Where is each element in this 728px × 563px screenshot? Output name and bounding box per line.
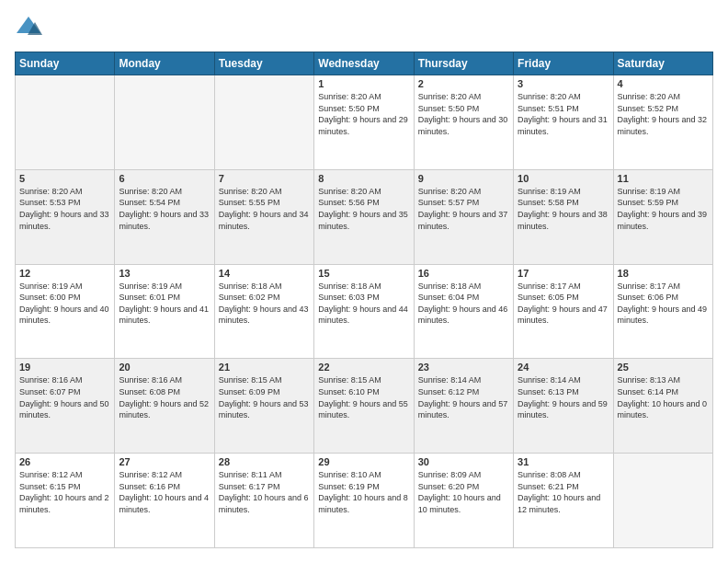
day-info: Sunrise: 8:09 AM Sunset: 6:20 PM Dayligh…: [418, 469, 509, 515]
day-info: Sunrise: 8:20 AM Sunset: 5:52 PM Dayligh…: [618, 91, 709, 137]
day-number: 21: [219, 362, 310, 373]
calendar-cell: [613, 454, 712, 548]
calendar-cell: 25Sunrise: 8:13 AM Sunset: 6:14 PM Dayli…: [613, 359, 712, 454]
day-number: 7: [219, 173, 310, 184]
logo: [15, 15, 46, 42]
day-number: 24: [518, 362, 609, 373]
weekday-header-sunday: Sunday: [16, 52, 115, 75]
day-info: Sunrise: 8:20 AM Sunset: 5:57 PM Dayligh…: [418, 186, 509, 232]
day-info: Sunrise: 8:20 AM Sunset: 5:55 PM Dayligh…: [219, 186, 310, 232]
day-number: 3: [518, 78, 609, 89]
day-info: Sunrise: 8:14 AM Sunset: 6:12 PM Dayligh…: [418, 374, 509, 420]
calendar-cell: 28Sunrise: 8:11 AM Sunset: 6:17 PM Dayli…: [214, 454, 313, 548]
day-number: 11: [618, 173, 709, 184]
calendar-cell: 14Sunrise: 8:18 AM Sunset: 6:02 PM Dayli…: [214, 264, 313, 359]
calendar-cell: 18Sunrise: 8:17 AM Sunset: 6:06 PM Dayli…: [613, 264, 712, 359]
calendar-cell: 2Sunrise: 8:20 AM Sunset: 5:50 PM Daylig…: [414, 75, 513, 170]
day-number: 2: [418, 78, 509, 89]
day-number: 1: [318, 78, 409, 89]
day-number: 15: [318, 268, 409, 279]
day-number: 19: [19, 362, 110, 373]
day-number: 16: [418, 268, 509, 279]
day-info: Sunrise: 8:16 AM Sunset: 6:08 PM Dayligh…: [119, 374, 210, 420]
calendar-cell: 19Sunrise: 8:16 AM Sunset: 6:07 PM Dayli…: [16, 359, 115, 454]
day-number: 22: [318, 362, 409, 373]
calendar-cell: 24Sunrise: 8:14 AM Sunset: 6:13 PM Dayli…: [514, 359, 613, 454]
header: [15, 15, 713, 42]
day-info: Sunrise: 8:18 AM Sunset: 6:04 PM Dayligh…: [418, 281, 509, 327]
day-number: 9: [418, 173, 509, 184]
day-info: Sunrise: 8:19 AM Sunset: 5:58 PM Dayligh…: [518, 186, 609, 232]
calendar-cell: 31Sunrise: 8:08 AM Sunset: 6:21 PM Dayli…: [514, 454, 613, 548]
calendar-cell: 12Sunrise: 8:19 AM Sunset: 6:00 PM Dayli…: [16, 264, 115, 359]
calendar-cell: [214, 75, 313, 170]
day-number: 17: [518, 268, 609, 279]
calendar-cell: 1Sunrise: 8:20 AM Sunset: 5:50 PM Daylig…: [314, 75, 414, 170]
day-number: 10: [518, 173, 609, 184]
day-info: Sunrise: 8:20 AM Sunset: 5:50 PM Dayligh…: [418, 91, 509, 137]
day-number: 13: [119, 268, 210, 279]
calendar-cell: 13Sunrise: 8:19 AM Sunset: 6:01 PM Dayli…: [115, 264, 214, 359]
day-number: 25: [618, 362, 709, 373]
calendar-cell: 22Sunrise: 8:15 AM Sunset: 6:10 PM Dayli…: [314, 359, 414, 454]
day-number: 30: [418, 456, 509, 467]
day-info: Sunrise: 8:18 AM Sunset: 6:02 PM Dayligh…: [219, 281, 310, 327]
day-info: Sunrise: 8:13 AM Sunset: 6:14 PM Dayligh…: [618, 374, 709, 420]
week-row-1: 1Sunrise: 8:20 AM Sunset: 5:50 PM Daylig…: [16, 75, 713, 170]
day-info: Sunrise: 8:20 AM Sunset: 5:54 PM Dayligh…: [119, 186, 210, 232]
calendar-cell: 5Sunrise: 8:20 AM Sunset: 5:53 PM Daylig…: [16, 169, 115, 264]
day-number: 8: [318, 173, 409, 184]
day-info: Sunrise: 8:19 AM Sunset: 6:01 PM Dayligh…: [119, 281, 210, 327]
week-row-3: 12Sunrise: 8:19 AM Sunset: 6:00 PM Dayli…: [16, 264, 713, 359]
day-number: 14: [219, 268, 310, 279]
day-info: Sunrise: 8:08 AM Sunset: 6:21 PM Dayligh…: [518, 469, 609, 515]
day-number: 27: [119, 456, 210, 467]
day-info: Sunrise: 8:18 AM Sunset: 6:03 PM Dayligh…: [318, 281, 409, 327]
calendar-cell: 3Sunrise: 8:20 AM Sunset: 5:51 PM Daylig…: [514, 75, 613, 170]
day-info: Sunrise: 8:17 AM Sunset: 6:05 PM Dayligh…: [518, 281, 609, 327]
day-info: Sunrise: 8:20 AM Sunset: 5:53 PM Dayligh…: [19, 186, 110, 232]
calendar-cell: 27Sunrise: 8:12 AM Sunset: 6:16 PM Dayli…: [115, 454, 214, 548]
calendar-cell: 8Sunrise: 8:20 AM Sunset: 5:56 PM Daylig…: [314, 169, 414, 264]
day-number: 5: [19, 173, 110, 184]
page: SundayMondayTuesdayWednesdayThursdayFrid…: [0, 0, 728, 563]
day-number: 20: [119, 362, 210, 373]
day-info: Sunrise: 8:15 AM Sunset: 6:10 PM Dayligh…: [318, 374, 409, 420]
calendar-cell: 7Sunrise: 8:20 AM Sunset: 5:55 PM Daylig…: [214, 169, 313, 264]
day-info: Sunrise: 8:14 AM Sunset: 6:13 PM Dayligh…: [518, 374, 609, 420]
logo-icon: [15, 15, 42, 42]
calendar-cell: 10Sunrise: 8:19 AM Sunset: 5:58 PM Dayli…: [514, 169, 613, 264]
day-info: Sunrise: 8:19 AM Sunset: 6:00 PM Dayligh…: [19, 281, 110, 327]
calendar-cell: 16Sunrise: 8:18 AM Sunset: 6:04 PM Dayli…: [414, 264, 513, 359]
day-info: Sunrise: 8:20 AM Sunset: 5:50 PM Dayligh…: [318, 91, 409, 137]
day-number: 31: [518, 456, 609, 467]
day-number: 12: [19, 268, 110, 279]
weekday-header-tuesday: Tuesday: [214, 52, 313, 75]
day-number: 28: [219, 456, 310, 467]
week-row-5: 26Sunrise: 8:12 AM Sunset: 6:15 PM Dayli…: [16, 454, 713, 548]
day-info: Sunrise: 8:12 AM Sunset: 6:16 PM Dayligh…: [119, 469, 210, 515]
day-info: Sunrise: 8:10 AM Sunset: 6:19 PM Dayligh…: [318, 469, 409, 515]
weekday-header-thursday: Thursday: [414, 52, 513, 75]
calendar-cell: 15Sunrise: 8:18 AM Sunset: 6:03 PM Dayli…: [314, 264, 414, 359]
day-info: Sunrise: 8:12 AM Sunset: 6:15 PM Dayligh…: [19, 469, 110, 515]
calendar-cell: 11Sunrise: 8:19 AM Sunset: 5:59 PM Dayli…: [613, 169, 712, 264]
week-row-2: 5Sunrise: 8:20 AM Sunset: 5:53 PM Daylig…: [16, 169, 713, 264]
calendar-cell: 20Sunrise: 8:16 AM Sunset: 6:08 PM Dayli…: [115, 359, 214, 454]
day-number: 18: [618, 268, 709, 279]
calendar-cell: [16, 75, 115, 170]
week-row-4: 19Sunrise: 8:16 AM Sunset: 6:07 PM Dayli…: [16, 359, 713, 454]
day-number: 29: [318, 456, 409, 467]
weekday-header-row: SundayMondayTuesdayWednesdayThursdayFrid…: [16, 52, 713, 75]
day-number: 6: [119, 173, 210, 184]
calendar-cell: 9Sunrise: 8:20 AM Sunset: 5:57 PM Daylig…: [414, 169, 513, 264]
weekday-header-saturday: Saturday: [613, 52, 712, 75]
calendar-cell: 4Sunrise: 8:20 AM Sunset: 5:52 PM Daylig…: [613, 75, 712, 170]
day-info: Sunrise: 8:11 AM Sunset: 6:17 PM Dayligh…: [219, 469, 310, 515]
day-info: Sunrise: 8:19 AM Sunset: 5:59 PM Dayligh…: [618, 186, 709, 232]
weekday-header-monday: Monday: [115, 52, 214, 75]
calendar-cell: 21Sunrise: 8:15 AM Sunset: 6:09 PM Dayli…: [214, 359, 313, 454]
weekday-header-wednesday: Wednesday: [314, 52, 414, 75]
day-number: 23: [418, 362, 509, 373]
day-info: Sunrise: 8:20 AM Sunset: 5:56 PM Dayligh…: [318, 186, 409, 232]
